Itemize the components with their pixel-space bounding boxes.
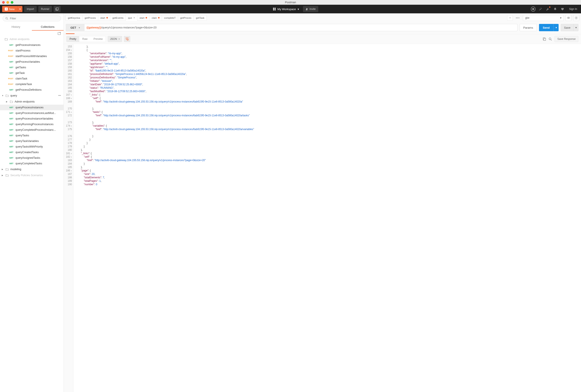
sidebar-request-item[interactable]: GETqueryCompletedProcessInstanc...: [0, 127, 63, 133]
method-badge: GET: [6, 72, 13, 74]
params-button[interactable]: Params: [520, 24, 537, 31]
request-tab[interactable]: getProces: [178, 15, 194, 21]
request-tab[interactable]: completeT: [162, 15, 178, 21]
close-tab-button[interactable]: ×: [133, 16, 135, 20]
sidebar-request-item[interactable]: GETqueryTasksWithPriority: [0, 144, 63, 150]
method-selector[interactable]: GET ▾: [66, 24, 84, 31]
sidebar-request-item[interactable]: GETgetTask: [0, 70, 63, 76]
method-badge: GET: [6, 118, 13, 120]
sidebar-request-item[interactable]: GETgetProcessDefinitions: [0, 87, 63, 92]
send-button-label: Send: [539, 26, 554, 29]
sidebar-request-item[interactable]: POSTcompleteTask: [0, 82, 63, 87]
request-tab[interactable]: start: [98, 15, 110, 21]
bell-icon[interactable]: [553, 7, 558, 12]
collection-list[interactable]: Admin endpointsGETgetProcessInstancesPOS…: [0, 36, 63, 392]
request-tab[interactable]: start: [137, 15, 149, 21]
close-window-button[interactable]: [2, 1, 5, 4]
svg-point-2: [306, 8, 307, 9]
environment-selector[interactable]: gke ▾: [523, 15, 564, 21]
sidebar-folder-query[interactable]: ▼query•••: [0, 92, 63, 99]
sidebar-request-item[interactable]: POSTclaimTask: [0, 76, 63, 82]
raw-mode[interactable]: Raw: [79, 36, 90, 42]
sidebar-folder-modeling[interactable]: ▶modeling: [0, 166, 63, 172]
sidebar-request-item[interactable]: GETqueryAssignedTasks: [0, 155, 63, 161]
new-collection-button[interactable]: [57, 32, 61, 35]
collections-tab[interactable]: Collections: [32, 24, 64, 30]
chevron-right-icon: ▶: [6, 100, 8, 103]
environment-preview-button[interactable]: [566, 15, 572, 21]
line-number: 183: [66, 158, 72, 162]
send-button[interactable]: Send ▾: [539, 24, 559, 31]
line-number: 162: [66, 76, 72, 79]
sidebar-folder-security[interactable]: ▶Security Policies Scenarios: [0, 172, 63, 178]
request-tab[interactable]: que×: [125, 15, 137, 21]
sidebar-request-item[interactable]: GETqueryTasks: [0, 133, 63, 138]
save-button-dropdown[interactable]: ▾: [574, 24, 578, 31]
sidebar-request-item[interactable]: GETqueryRunningProcessInstances: [0, 122, 63, 127]
url-input[interactable]: {{gateway}}/query/v1/process-instances?p…: [84, 24, 518, 31]
tab-label: completeT: [164, 16, 176, 19]
method-badge: POST: [6, 50, 13, 52]
method-badge: GET: [6, 112, 13, 114]
workspace-selector[interactable]: My Workspace ▾: [273, 8, 299, 11]
preview-mode[interactable]: Preview: [90, 36, 106, 42]
sidebar-request-item[interactable]: POSTstartProcessWithVariables: [0, 54, 63, 59]
pretty-mode[interactable]: Pretty: [66, 36, 79, 42]
format-selector[interactable]: JSON ▾: [108, 36, 122, 42]
sidebar-request-item[interactable]: GETgetProcessVariables: [0, 59, 63, 64]
request-tab[interactable]: getProces: [82, 15, 98, 21]
save-response-button[interactable]: Save Response: [555, 36, 579, 42]
new-window-button[interactable]: [54, 6, 60, 12]
send-button-dropdown[interactable]: ▾: [554, 24, 559, 31]
sidebar-request-item[interactable]: GETgetTasks: [0, 64, 63, 70]
search-response-button[interactable]: [549, 38, 552, 41]
environment-settings-button[interactable]: [573, 15, 579, 21]
wrench-icon[interactable]: [546, 7, 550, 12]
request-tab[interactable]: getTask: [194, 15, 207, 21]
minimize-window-button[interactable]: [6, 1, 9, 4]
chevron-down-icon: ▼: [2, 94, 4, 97]
svg-line-15: [551, 40, 552, 40]
filter-input[interactable]: [10, 17, 58, 20]
request-tab[interactable]: getEvents: [110, 15, 126, 21]
sidebar-request-item[interactable]: GETgetProcessInstances: [0, 42, 63, 48]
sidebar-request-item[interactable]: GETqueryTaskVariables: [0, 138, 63, 144]
request-tab[interactable]: clain: [149, 15, 162, 21]
satellite-icon[interactable]: [538, 7, 543, 12]
sidebar-request-item[interactable]: GETqueryCompletedTasks: [0, 161, 63, 166]
sidebar-request-item[interactable]: GETqueryProcessInstanceVariables: [0, 116, 63, 122]
response-body-viewer[interactable]: 153154▾155156157158159160161162163164165…: [64, 44, 581, 392]
save-button[interactable]: Save ▾: [561, 24, 579, 31]
filter-input-wrap[interactable]: [2, 16, 61, 21]
tab-options-button[interactable]: •••: [515, 16, 521, 20]
sidebar-request-item[interactable]: POSTstartProcess: [0, 48, 63, 54]
request-name: getProcessInstances: [15, 44, 40, 46]
copy-response-button[interactable]: [543, 38, 546, 41]
heart-icon[interactable]: [560, 7, 565, 12]
line-number: 182▾: [66, 155, 72, 158]
sidebar-request-item[interactable]: GETqueryProcessInstancesLastMod...: [0, 110, 63, 116]
new-button-dropdown[interactable]: ▾: [17, 6, 22, 12]
sidebar-request-item[interactable]: GETqueryProcessInstances: [0, 105, 63, 110]
runner-button[interactable]: Runner: [38, 6, 52, 12]
sync-icon[interactable]: [531, 7, 536, 12]
new-button-label: New: [9, 8, 15, 11]
wrap-lines-button[interactable]: [124, 36, 130, 42]
environment-name: gke: [525, 16, 529, 20]
invite-button[interactable]: Invite: [303, 6, 318, 12]
request-name: queryCreatedTasks: [15, 151, 39, 154]
method-badge: GET: [6, 157, 13, 159]
new-button[interactable]: + New ▾: [2, 6, 22, 12]
request-tab[interactable]: getKeycloa: [65, 15, 82, 21]
sidebar-folder-admin-endpoints[interactable]: ▶Admin endpoints: [0, 99, 63, 105]
tab-label: start: [100, 16, 105, 19]
sign-in-button[interactable]: Sign In: [568, 8, 579, 10]
add-tab-button[interactable]: +: [507, 15, 513, 21]
request-name: completeTask: [15, 83, 32, 86]
import-button[interactable]: Import: [24, 6, 36, 12]
history-tab[interactable]: History: [0, 24, 32, 30]
maximize-window-button[interactable]: [11, 1, 13, 4]
sidebar-folder-truncated[interactable]: Admin endpoints: [0, 36, 63, 42]
folder-options-button[interactable]: •••: [58, 94, 61, 97]
sidebar-request-item[interactable]: GETqueryCreatedTasks: [0, 150, 63, 155]
